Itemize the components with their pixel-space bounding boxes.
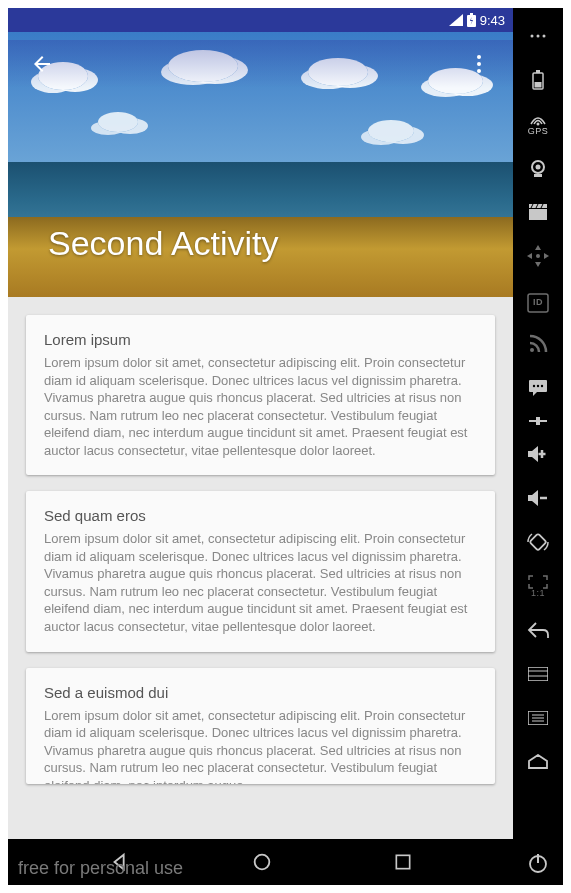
svg-point-5 (254, 855, 269, 870)
list-icon[interactable] (513, 696, 563, 740)
svg-marker-25 (544, 253, 549, 259)
hero-image: Second Activity (8, 32, 513, 297)
nav-home-button[interactable] (251, 851, 273, 873)
dpad-icon[interactable] (513, 234, 563, 278)
svg-point-7 (531, 35, 534, 38)
signal-icon (449, 14, 463, 26)
nav-recent-button[interactable] (393, 852, 413, 872)
gps-label: GPS (528, 126, 549, 136)
gps-icon[interactable]: GPS (513, 102, 563, 146)
emulator-toolbar: GPS ID (513, 8, 563, 885)
aspect-icon[interactable]: 1:1 (513, 564, 563, 608)
status-clock: 9:43 (480, 13, 505, 28)
card-title: Sed a euismod dui (44, 684, 477, 701)
content-scroll[interactable]: Lorem ipsum Lorem ipsum dolor sit amet, … (8, 297, 513, 839)
id-icon[interactable]: ID (513, 278, 563, 322)
volume-up-icon[interactable] (513, 432, 563, 476)
card: Sed quam eros Lorem ipsum dolor sit amet… (26, 491, 495, 651)
svg-point-26 (536, 254, 540, 258)
id-label: ID (533, 297, 543, 307)
back-button[interactable] (24, 46, 60, 82)
android-nav-bar: free for personal use (8, 839, 513, 885)
svg-rect-42 (528, 667, 548, 681)
watermark: free for personal use (18, 858, 183, 879)
svg-point-28 (530, 348, 534, 352)
card-body: Lorem ipsum dolor sit amet, consectetur … (44, 354, 477, 459)
camera-icon[interactable] (513, 146, 563, 190)
volume-down-icon[interactable] (513, 476, 563, 520)
svg-rect-12 (535, 82, 542, 88)
svg-point-4 (477, 69, 481, 73)
svg-point-32 (537, 385, 539, 387)
svg-rect-11 (536, 70, 540, 73)
svg-marker-22 (535, 245, 541, 250)
svg-rect-35 (536, 417, 540, 425)
card: Sed a euismod dui Lorem ipsum dolor sit … (26, 668, 495, 784)
battery-icon[interactable] (513, 58, 563, 102)
svg-point-15 (536, 165, 541, 170)
overflow-menu-button[interactable] (461, 46, 497, 82)
svg-rect-41 (530, 534, 547, 551)
svg-marker-36 (528, 446, 538, 462)
svg-marker-30 (533, 392, 537, 396)
clapperboard-icon[interactable] (513, 190, 563, 234)
svg-point-8 (537, 35, 540, 38)
svg-point-33 (541, 385, 543, 387)
battery-icon (467, 13, 476, 27)
power-icon[interactable] (513, 841, 563, 885)
svg-marker-24 (527, 253, 532, 259)
svg-point-2 (477, 55, 481, 59)
sms-icon[interactable] (513, 366, 563, 410)
rotate-icon[interactable] (513, 520, 563, 564)
emu-back-icon[interactable] (513, 608, 563, 652)
svg-marker-23 (535, 262, 541, 267)
svg-rect-1 (470, 13, 473, 15)
rss-icon[interactable] (513, 322, 563, 366)
home-outline-icon[interactable] (513, 740, 563, 784)
card-body: Lorem ipsum dolor sit amet, consectetur … (44, 707, 477, 784)
status-bar: 9:43 (8, 8, 513, 32)
svg-rect-6 (396, 855, 409, 868)
divider-icon (513, 410, 563, 432)
aspect-label: 1:1 (531, 588, 545, 598)
page-title: Second Activity (48, 224, 279, 263)
svg-rect-17 (529, 209, 547, 220)
svg-point-3 (477, 62, 481, 66)
card-title: Sed quam eros (44, 507, 477, 524)
svg-point-31 (533, 385, 535, 387)
menu-icon[interactable] (513, 652, 563, 696)
card-title: Lorem ipsum (44, 331, 477, 348)
svg-marker-39 (528, 490, 538, 506)
svg-point-9 (543, 35, 546, 38)
card: Lorem ipsum Lorem ipsum dolor sit amet, … (26, 315, 495, 475)
svg-rect-16 (534, 174, 542, 177)
more-handle-icon[interactable] (513, 14, 563, 58)
card-body: Lorem ipsum dolor sit amet, consectetur … (44, 530, 477, 635)
